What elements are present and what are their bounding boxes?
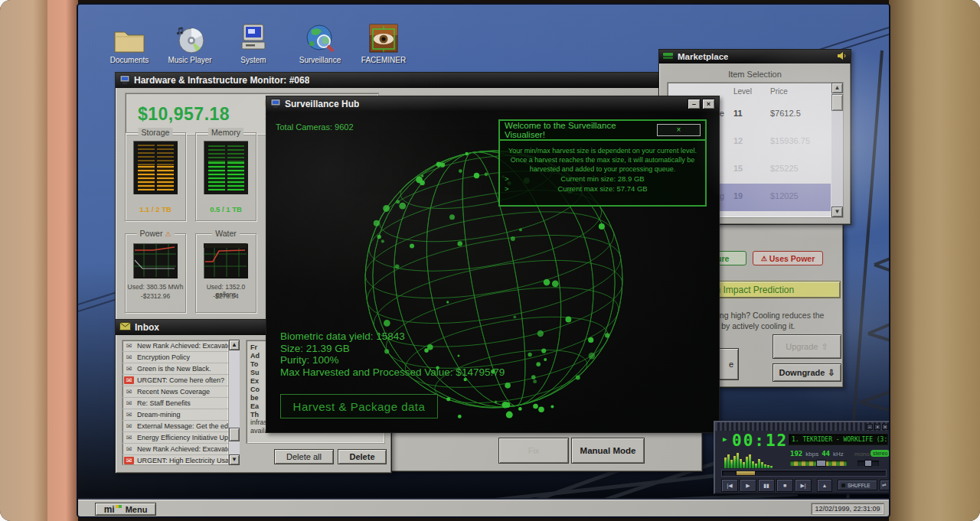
delete-all-button[interactable]: Delete all — [274, 449, 334, 464]
player-titlebar[interactable]: – ▪ × — [715, 422, 890, 431]
inbox-list-item[interactable]: ✉ URGENT: High Electricity Usage — [122, 455, 228, 465]
folder-icon — [100, 21, 159, 54]
speaker-icon[interactable] — [837, 51, 847, 62]
inbox-list-item[interactable]: ✉ Energy Efficiency Initiative Upd... — [122, 432, 228, 444]
play-status-icon: ▶ — [723, 435, 727, 443]
shuffle-toggle[interactable]: SHUFFLE — [838, 480, 877, 490]
inbox-message-list[interactable]: ✉ New Rank Achieved: Excavato... ✉ Encry… — [122, 340, 229, 465]
transport-button[interactable]: ▮▮ — [758, 479, 775, 492]
desk-right — [889, 0, 980, 521]
inbox-list-item[interactable]: ✉ New Rank Achieved: Excavato... — [122, 340, 228, 352]
inbox-list-item[interactable]: ✉ Dream-mining — [122, 409, 228, 421]
water-group: Water Used: 1352.0 gallons -$278.54 — [195, 233, 256, 313]
os-logo: mi — [104, 505, 122, 514]
envelope-icon: ✉ — [124, 445, 134, 453]
close-button[interactable]: × — [702, 99, 715, 109]
inbox-list-item[interactable]: ✉ Green is the New Black. — [122, 363, 228, 375]
transport-button[interactable]: |◀ — [721, 479, 738, 492]
transport-controls: |◀ ▶ ▮▮ ■ ▶| — [721, 479, 812, 492]
scroll-down-button[interactable]: ▼ — [831, 207, 843, 217]
warning-icon: ⚠ — [761, 255, 767, 262]
welcome-title: Welcome to the Surveillance Visualiser! — [505, 121, 657, 139]
seek-bar[interactable] — [721, 470, 887, 477]
surveillance-titlebar[interactable]: Surveillance Hub – × — [266, 96, 719, 112]
welcome-close-button[interactable]: × — [657, 124, 701, 136]
delete-button[interactable]: Delete — [338, 449, 387, 464]
svg-text:♫: ♫ — [175, 23, 184, 36]
uses-power-badge: ⚠Uses Power — [753, 251, 823, 265]
track-title-display[interactable]: 1. TEKRIDER - WORKLIFE (3:46) — [789, 434, 888, 445]
welcome-dialog-titlebar: Welcome to the Surveillance Visualiser! … — [500, 121, 705, 141]
min-size-value: Current min size: 28.9 GB — [520, 174, 705, 184]
item-price: $25225 — [770, 164, 799, 173]
player-shade-button[interactable]: ▪ — [874, 424, 880, 430]
envelope-icon: ✉ — [124, 457, 134, 464]
scroll-down-button[interactable]: ▼ — [229, 454, 240, 465]
scroll-thumb[interactable] — [229, 428, 240, 441]
desktop-icon-documents[interactable]: Documents — [100, 21, 159, 64]
player-minimize-button[interactable]: – — [867, 424, 873, 430]
desktop-icon-system[interactable]: System — [224, 21, 283, 64]
desktop-icon-faceminer[interactable]: FACEMINER — [354, 21, 413, 64]
upgrade-button[interactable]: Upgrade⇧ — [773, 334, 841, 359]
item-price: $7612.5 — [770, 109, 801, 118]
welcome-body-line: harvested and added to your processing q… — [506, 164, 699, 174]
inbox-list-item[interactable]: ✉ New Rank Achieved: Excavato... — [122, 444, 228, 455]
envelope-icon: ✉ — [124, 353, 134, 361]
scroll-up-button[interactable]: ▲ — [229, 340, 240, 350]
welcome-dialog: Welcome to the Surveillance Visualiser! … — [498, 119, 707, 207]
manual-mode-button[interactable]: Manual Mode — [571, 438, 645, 464]
music-player-icon: ♫ — [160, 21, 220, 54]
desktop-icon-label: System — [224, 56, 283, 64]
desktop-icon-surveillance[interactable]: Surveillance — [290, 21, 350, 64]
envelope-icon: ✉ — [124, 422, 134, 430]
desktop-icon-music-player[interactable]: ♫ Music Player — [160, 21, 220, 64]
eject-button[interactable]: ▲ — [817, 479, 832, 492]
inbox-list-item[interactable]: ✉ Encryption Policy — [122, 352, 228, 363]
item-selection-label: Item Selection — [659, 70, 851, 79]
volume-slider[interactable] — [790, 461, 847, 466]
transport-button[interactable]: ▶| — [795, 479, 812, 492]
storage-value: 1.1 / 2 TB — [133, 205, 178, 213]
envelope-icon: ✉ — [124, 376, 134, 384]
player-close-button[interactable]: × — [882, 424, 888, 430]
window-title: Hardware & Infrastructure Monitor: #068 — [134, 75, 309, 86]
inbox-scrollbar[interactable]: ▲ ▼ — [229, 340, 240, 465]
inbox-list-item[interactable]: ✉ Re: Staff Benefits — [122, 398, 228, 409]
window-title: Inbox — [135, 322, 159, 333]
fix-button[interactable]: Fix — [498, 438, 569, 464]
inbox-item-subject: Dream-mining — [137, 411, 181, 418]
shuffle-indicator-light — [841, 484, 845, 487]
surveillance-hub-window: Surveillance Hub – × Total Cameras: 9602… — [266, 96, 720, 433]
scroll-thumb[interactable] — [831, 94, 843, 111]
minimize-button[interactable]: – — [688, 99, 701, 109]
transport-button[interactable]: ▶ — [740, 479, 756, 492]
item-price: $12025 — [770, 191, 799, 200]
harvest-package-button[interactable]: Harvest & Package data — [280, 394, 438, 418]
seek-thumb[interactable] — [736, 471, 756, 476]
marketplace-titlebar[interactable]: Marketplace — [659, 50, 851, 63]
scroll-up-button[interactable]: ▲ — [831, 83, 843, 93]
desktop-icon-label: Surveillance — [290, 56, 350, 64]
item-level: 12 — [733, 136, 743, 145]
balance-slider[interactable] — [858, 461, 879, 466]
balance-slider-thumb[interactable] — [864, 460, 872, 467]
desktop-icon-label: FACEMINER — [354, 56, 413, 64]
bitrate-unit: kbps — [805, 451, 818, 458]
envelope-icon: ✉ — [124, 434, 134, 441]
marketplace-scrollbar[interactable]: ▲ ▼ — [831, 83, 843, 217]
crt-photo-frame: Documents ♫ Music Player System Surveill… — [0, 0, 980, 521]
volume-slider-thumb[interactable] — [816, 460, 826, 467]
inbox-list-item[interactable]: ✉ External Message: Get the edge... — [122, 421, 228, 432]
item-price: $15936.75 — [770, 136, 810, 145]
taskbar-clock: 12/02/1999, 22:31:09 — [811, 503, 884, 515]
max-size-row: >Current max size: 57.74 GB — [500, 184, 705, 194]
inbox-list-item[interactable]: ✉ Recent News Coverage — [122, 386, 228, 398]
inbox-list-item[interactable]: ✉ URGENT: Come here often? — [122, 375, 228, 386]
downgrade-button[interactable]: Downgrade⇩ — [773, 363, 841, 382]
water-cost: -$278.54 — [196, 292, 256, 300]
transport-button[interactable]: ■ — [776, 479, 793, 492]
menu-button[interactable]: mi Menu — [95, 503, 156, 516]
menu-label: Menu — [126, 505, 148, 514]
repeat-toggle[interactable]: ⇄ — [880, 480, 890, 490]
